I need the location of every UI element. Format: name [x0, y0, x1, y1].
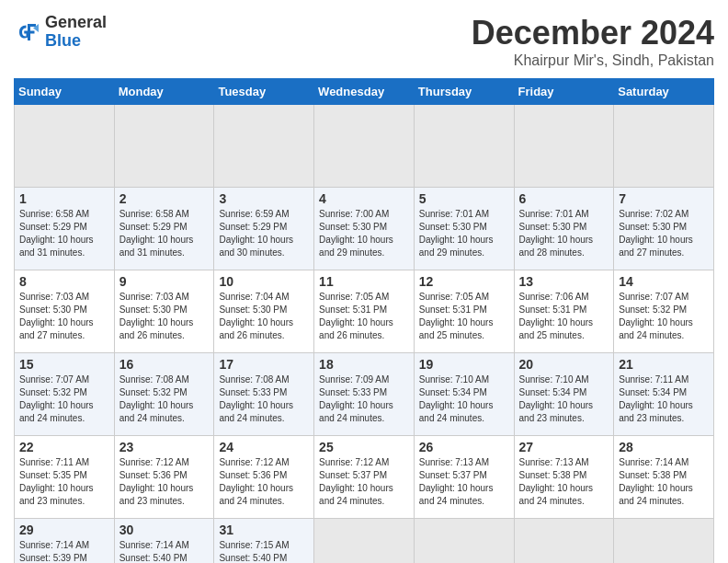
day-number: 7 [619, 191, 709, 206]
calendar-day-cell: 11Sunrise: 7:05 AMSunset: 5:31 PMDayligh… [314, 270, 415, 353]
day-number: 13 [519, 274, 609, 289]
day-detail: Sunrise: 6:59 AMSunset: 5:29 PMDaylight:… [219, 208, 309, 259]
day-number: 10 [219, 274, 309, 289]
header-friday: Friday [514, 79, 614, 105]
calendar-day-cell: 3Sunrise: 6:59 AMSunset: 5:29 PMDaylight… [214, 188, 314, 270]
calendar-day-cell [314, 105, 415, 188]
calendar-week-row: 29Sunrise: 7:14 AMSunset: 5:39 PMDayligh… [15, 519, 714, 564]
logo-blue-text: Blue [45, 32, 107, 51]
calendar-day-cell: 14Sunrise: 7:07 AMSunset: 5:32 PMDayligh… [614, 270, 714, 353]
day-detail: Sunrise: 6:58 AMSunset: 5:29 PMDaylight:… [19, 208, 109, 259]
logo-icon [14, 18, 41, 46]
calendar-day-cell: 25Sunrise: 7:12 AMSunset: 5:37 PMDayligh… [314, 436, 415, 519]
day-detail: Sunrise: 7:13 AMSunset: 5:37 PMDaylight:… [419, 456, 509, 508]
logo-text: General Blue [45, 14, 107, 51]
calendar-day-cell [214, 105, 314, 188]
header-wednesday: Wednesday [314, 79, 415, 105]
day-detail: Sunrise: 7:07 AMSunset: 5:32 PMDaylight:… [19, 373, 109, 425]
logo: General Blue [14, 14, 107, 51]
day-detail: Sunrise: 7:03 AMSunset: 5:30 PMDaylight:… [119, 291, 210, 342]
day-number: 17 [219, 357, 309, 372]
day-number: 25 [319, 440, 409, 454]
calendar-day-cell [514, 105, 614, 188]
day-number: 3 [219, 191, 309, 206]
calendar-day-cell: 27Sunrise: 7:13 AMSunset: 5:38 PMDayligh… [514, 436, 614, 519]
calendar-day-cell [514, 519, 614, 564]
title-section: December 2024 Khairpur Mir's, Sindh, Pak… [472, 14, 714, 69]
day-detail: Sunrise: 7:02 AMSunset: 5:30 PMDaylight:… [619, 208, 709, 259]
day-number: 4 [319, 191, 409, 206]
calendar-day-cell: 24Sunrise: 7:12 AMSunset: 5:36 PMDayligh… [214, 436, 314, 519]
day-number: 6 [519, 191, 609, 206]
day-number: 14 [619, 274, 709, 289]
calendar-day-cell [614, 519, 714, 564]
calendar-week-row: 1Sunrise: 6:58 AMSunset: 5:29 PMDaylight… [15, 188, 714, 270]
day-number: 26 [419, 440, 509, 454]
day-detail: Sunrise: 7:10 AMSunset: 5:34 PMDaylight:… [519, 373, 609, 425]
day-detail: Sunrise: 7:14 AMSunset: 5:39 PMDaylight:… [19, 539, 109, 563]
calendar-day-cell: 9Sunrise: 7:03 AMSunset: 5:30 PMDaylight… [114, 270, 214, 353]
day-number: 9 [119, 274, 210, 289]
calendar-day-cell: 1Sunrise: 6:58 AMSunset: 5:29 PMDaylight… [15, 188, 115, 270]
calendar-day-cell: 13Sunrise: 7:06 AMSunset: 5:31 PMDayligh… [514, 270, 614, 353]
day-number: 2 [119, 191, 210, 206]
day-detail: Sunrise: 7:00 AMSunset: 5:30 PMDaylight:… [319, 208, 409, 259]
day-number: 11 [319, 274, 409, 289]
calendar-day-cell: 17Sunrise: 7:08 AMSunset: 5:33 PMDayligh… [214, 353, 314, 436]
day-detail: Sunrise: 7:11 AMSunset: 5:35 PMDaylight:… [19, 456, 109, 508]
day-detail: Sunrise: 7:05 AMSunset: 5:31 PMDaylight:… [419, 291, 509, 342]
calendar-day-cell: 29Sunrise: 7:14 AMSunset: 5:39 PMDayligh… [15, 519, 115, 564]
calendar-day-cell: 5Sunrise: 7:01 AMSunset: 5:30 PMDaylight… [414, 188, 514, 270]
page-header: General Blue December 2024 Khairpur Mir'… [14, 14, 714, 69]
calendar-day-cell: 15Sunrise: 7:07 AMSunset: 5:32 PMDayligh… [15, 353, 115, 436]
calendar-day-cell [414, 105, 514, 188]
day-number: 18 [319, 357, 409, 372]
calendar-day-cell [314, 519, 415, 564]
day-detail: Sunrise: 7:08 AMSunset: 5:33 PMDaylight:… [219, 373, 309, 425]
header-sunday: Sunday [15, 79, 115, 105]
calendar-header: Sunday Monday Tuesday Wednesday Thursday… [15, 79, 714, 105]
day-number: 21 [619, 357, 709, 372]
day-number: 31 [219, 523, 309, 537]
day-number: 28 [619, 440, 709, 454]
calendar-day-cell: 2Sunrise: 6:58 AMSunset: 5:29 PMDaylight… [114, 188, 214, 270]
header-thursday: Thursday [414, 79, 514, 105]
calendar-day-cell: 7Sunrise: 7:02 AMSunset: 5:30 PMDaylight… [614, 188, 714, 270]
day-number: 19 [419, 357, 509, 372]
calendar-week-row: 8Sunrise: 7:03 AMSunset: 5:30 PMDaylight… [15, 270, 714, 353]
day-number: 15 [19, 357, 109, 372]
calendar-day-cell [114, 105, 214, 188]
day-detail: Sunrise: 7:01 AMSunset: 5:30 PMDaylight:… [519, 208, 609, 259]
day-number: 20 [519, 357, 609, 372]
header-tuesday: Tuesday [214, 79, 314, 105]
day-number: 5 [419, 191, 509, 206]
month-title: December 2024 [472, 14, 714, 52]
day-detail: Sunrise: 7:12 AMSunset: 5:36 PMDaylight:… [219, 456, 309, 508]
calendar-day-cell: 23Sunrise: 7:12 AMSunset: 5:36 PMDayligh… [114, 436, 214, 519]
day-detail: Sunrise: 7:11 AMSunset: 5:34 PMDaylight:… [619, 373, 709, 425]
header-saturday: Saturday [614, 79, 714, 105]
day-detail: Sunrise: 7:07 AMSunset: 5:32 PMDaylight:… [619, 291, 709, 342]
calendar-day-cell: 31Sunrise: 7:15 AMSunset: 5:40 PMDayligh… [214, 519, 314, 564]
day-detail: Sunrise: 6:58 AMSunset: 5:29 PMDaylight:… [119, 208, 210, 259]
day-number: 22 [19, 440, 109, 454]
day-detail: Sunrise: 7:12 AMSunset: 5:37 PMDaylight:… [319, 456, 409, 508]
calendar-day-cell [614, 105, 714, 188]
calendar-day-cell: 30Sunrise: 7:14 AMSunset: 5:40 PMDayligh… [114, 519, 214, 564]
day-detail: Sunrise: 7:10 AMSunset: 5:34 PMDaylight:… [419, 373, 509, 425]
calendar-week-row [15, 105, 714, 188]
day-number: 12 [419, 274, 509, 289]
day-detail: Sunrise: 7:04 AMSunset: 5:30 PMDaylight:… [219, 291, 309, 342]
day-number: 27 [519, 440, 609, 454]
day-headers-row: Sunday Monday Tuesday Wednesday Thursday… [15, 79, 714, 105]
location-text: Khairpur Mir's, Sindh, Pakistan [472, 52, 714, 69]
day-number: 24 [219, 440, 309, 454]
day-detail: Sunrise: 7:09 AMSunset: 5:33 PMDaylight:… [319, 373, 409, 425]
logo-general-text: General [45, 14, 107, 32]
calendar-day-cell: 20Sunrise: 7:10 AMSunset: 5:34 PMDayligh… [514, 353, 614, 436]
day-number: 30 [119, 523, 210, 537]
day-number: 8 [19, 274, 109, 289]
day-detail: Sunrise: 7:01 AMSunset: 5:30 PMDaylight:… [419, 208, 509, 259]
day-detail: Sunrise: 7:08 AMSunset: 5:32 PMDaylight:… [119, 373, 210, 425]
calendar-day-cell: 21Sunrise: 7:11 AMSunset: 5:34 PMDayligh… [614, 353, 714, 436]
